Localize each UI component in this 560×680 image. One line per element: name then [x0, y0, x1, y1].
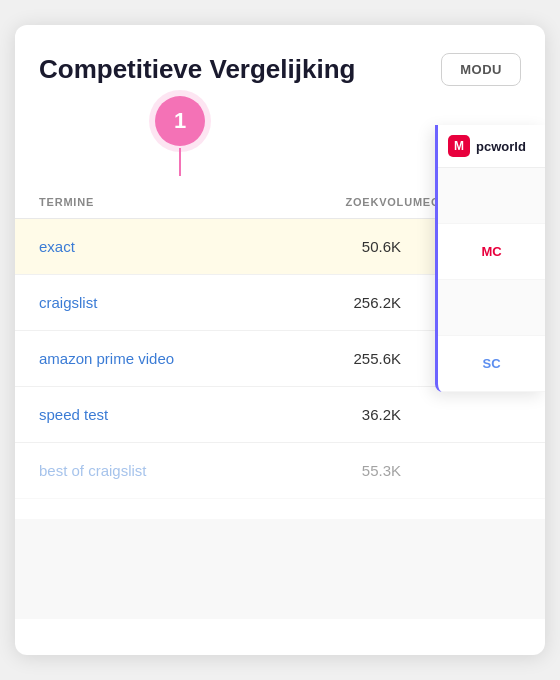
volume-cell: 36.2K — [291, 406, 431, 423]
main-card: Competitieve Vergelijking MODU M pcworld… — [15, 25, 545, 655]
competitor-cell-3 — [438, 280, 545, 336]
competitor-rows: MC SC — [438, 168, 545, 392]
empty-area — [15, 519, 545, 619]
term-cell[interactable]: speed test — [39, 406, 291, 423]
table-row: speed test 36.2K — [15, 387, 545, 443]
bubble-column: 1 — [155, 96, 205, 176]
competitor-cell-1 — [438, 168, 545, 224]
competitor-cell-2: MC — [438, 224, 545, 280]
volume-cell: 50.6K — [291, 238, 431, 255]
volume-cell: 256.2K — [291, 294, 431, 311]
volume-cell: 255.6K — [291, 350, 431, 367]
competitor-panel: M pcworld MC SC — [435, 125, 545, 392]
col-header-volume: ZOEKVOLUME — [291, 186, 431, 218]
term-cell[interactable]: exact — [39, 238, 291, 255]
table-row: best of craigslist 55.3K — [15, 443, 545, 499]
competitor-cell-4: SC — [438, 336, 545, 392]
bubble-stem — [179, 148, 181, 176]
term-cell: best of craigslist — [39, 462, 291, 479]
competitor-icon: M — [448, 135, 470, 157]
col-header-termine: TERMINE — [39, 186, 291, 218]
page-title: Competitieve Vergelijking — [39, 54, 355, 85]
competitor-name: pcworld — [476, 139, 526, 154]
mode-button[interactable]: MODU — [441, 53, 521, 86]
term-cell[interactable]: amazon prime video — [39, 350, 291, 367]
volume-cell: 55.3K — [291, 462, 431, 479]
header: Competitieve Vergelijking MODU — [15, 25, 545, 96]
term-cell[interactable]: craigslist — [39, 294, 291, 311]
competitor-header: M pcworld — [438, 125, 545, 168]
bubble-marker: 1 — [155, 96, 205, 146]
